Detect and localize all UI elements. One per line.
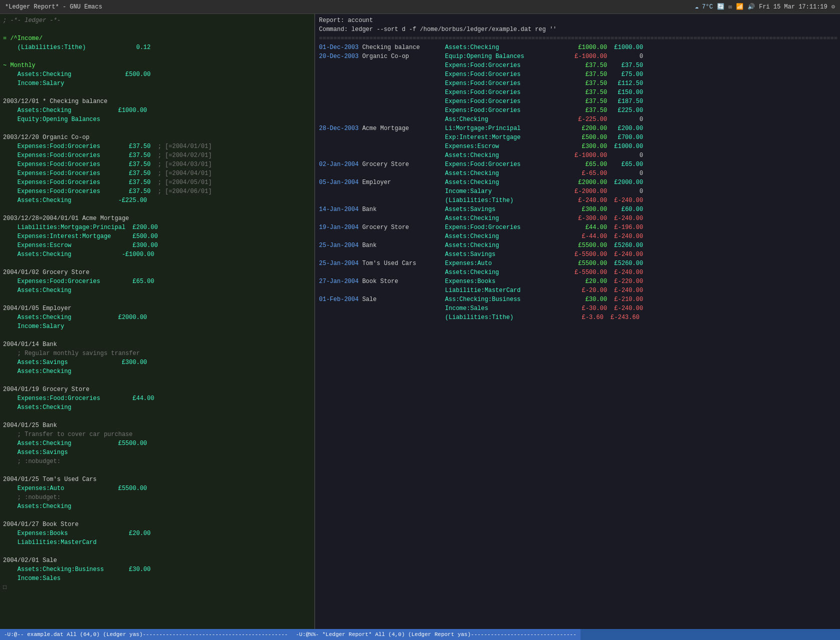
groceries-4: Expenses:Food:Groceries £37.50 ; [=2004/…: [3, 170, 212, 177]
entry-grocery-jan02: 2004/01/02 Grocery Store: [3, 269, 90, 276]
settings-icon: ⚙: [832, 3, 835, 10]
income-salary-1: Income:Salary: [3, 80, 64, 87]
entry-acme-mortgage: 2003/12/28=2004/01/01 Acme Mortgage: [3, 215, 129, 222]
network-icon: 📶: [736, 3, 744, 10]
checking-neg225: Assets:Checking -£225.00: [3, 197, 147, 204]
savings-300: Assets:Savings £300.00: [3, 359, 147, 366]
entry-cars: 2004/01/25 Tom's Used Cars: [3, 476, 96, 483]
left-pane[interactable]: ; -*- ledger -*- = /^Income/ (Liabilitie…: [0, 14, 315, 629]
checking-neg1000: Assets:Checking -£1000.00: [3, 251, 154, 258]
equity-opening: Equity:Opening Balances: [3, 116, 100, 123]
source-content: ; -*- ledger -*- = /^Income/ (Liabilitie…: [3, 16, 312, 601]
groceries-3: Expenses:Food:Groceries £37.50 ; [=2004/…: [3, 161, 212, 168]
savings-car: Assets:Savings: [3, 449, 68, 456]
status-left: -U:@-- example.dat All (64,0) (Ledger ya…: [0, 629, 292, 640]
tithe-account: (Liabilities:Tithe) 0.12: [3, 44, 150, 51]
date-jan27: 27-Jan-2004: [319, 278, 358, 285]
mastercard: Liabilities:MasterCard: [3, 539, 96, 546]
cursor-block: □: [3, 584, 6, 591]
desc-bookstore: Book Store: [362, 278, 441, 285]
checking-savings: Assets:Checking: [3, 368, 72, 375]
interest-mortgage: Expenses:Interest:Mortgage £500.00: [3, 233, 158, 240]
report-header1: Report: account: [319, 17, 373, 24]
desc-employer: Employer: [362, 179, 441, 186]
groceries-44: Expenses:Food:Groceries £44.00: [3, 395, 154, 402]
checking-2000: Assets:Checking £2000.00: [3, 314, 147, 321]
groceries-65: Expenses:Food:Groceries £65.00: [3, 278, 154, 285]
entry-sale: 2004/02/01 Sale: [3, 557, 57, 564]
comment-nobudget1: ; :nobudget:: [3, 458, 60, 465]
auto-5500: Expenses:Auto £5500.00: [3, 485, 147, 492]
entry-bookstore: 2004/01/27 Book Store: [3, 521, 78, 528]
checking-monthly: Assets:Checking £500.00: [3, 71, 150, 78]
date-jan25-bank: 25-Jan-2004: [319, 242, 358, 249]
report-content: Report: account Command: ledger --sort d…: [319, 16, 836, 331]
groceries-2: Expenses:Food:Groceries £37.50 ; [=2004/…: [3, 152, 212, 159]
comment-ledger: ; -*- ledger -*-: [3, 17, 60, 24]
entry-2003-12-20: 2003/12/20 Organic Co-op: [3, 134, 90, 141]
desc-checking-balance: Checking balance: [362, 44, 441, 51]
statusbar: -U:@-- example.dat All (64,0) (Ledger ya…: [0, 629, 840, 640]
checking-grocery2: Assets:Checking: [3, 404, 72, 411]
datetime-display: Fri 15 Mar 17:11:19: [759, 4, 828, 10]
date-jan02: 02-Jan-2004: [319, 161, 358, 168]
checking-grocery: Assets:Checking: [3, 287, 72, 294]
status-right: -U:@%%- *Ledger Report* All (4,0) (Ledge…: [292, 629, 580, 640]
entry-2003-12-01: 2003/12/01 * Checking balance: [3, 98, 108, 105]
checking-5500: Assets:Checking £5500.00: [3, 440, 147, 447]
desc-cars: Tom's Used Cars: [362, 260, 441, 267]
titlebar-right: ☁ 7°C 🔄 ✉ 📶 🔊 Fri 15 Mar 17:11:19 ⚙: [695, 3, 835, 10]
audio-icon: 🔊: [748, 3, 755, 10]
entry-grocery-jan19: 2004/01/19 Grocery Store: [3, 386, 90, 393]
comment-savings: ; Regular monthly savings transfer: [3, 350, 140, 357]
desc-grocery-jan02: Grocery Store: [362, 161, 441, 168]
groceries-6: Expenses:Food:Groceries £37.50 ; [=2004/…: [3, 188, 212, 195]
comment-nobudget2: ; :nobudget:: [3, 494, 60, 501]
income-sales: Income:Sales: [3, 575, 60, 582]
weather-display: ☁ 7°C: [695, 3, 713, 10]
date-dec20: 20-Dec-2003: [319, 53, 358, 60]
titlebar-title: *Ledger Report* - GNU Emacs: [5, 4, 102, 10]
report-header2: Command: ledger --sort d -f /home/borbus…: [319, 26, 556, 33]
titlebar: *Ledger Report* - GNU Emacs ☁ 7°C 🔄 ✉ 📶 …: [0, 0, 840, 14]
status-right-text: -U:@%%- *Ledger Report* All (4,0) (Ledge…: [296, 632, 576, 638]
right-pane[interactable]: Report: account Command: ledger --sort d…: [315, 14, 840, 629]
date-jan05: 05-Jan-2004: [319, 179, 358, 186]
desc-bank-jan14: Bank: [362, 206, 441, 213]
income-rule: = /^Income/: [3, 35, 42, 42]
desc-sale: Sale: [362, 296, 441, 303]
checking-1000: Assets:Checking £1000.00: [3, 107, 147, 114]
books-20: Expenses:Books £20.00: [3, 530, 150, 537]
date-dec01: 01-Dec-2003: [319, 44, 358, 51]
report-separator: ========================================…: [319, 35, 838, 42]
entry-bank-jan25: 2004/01/25 Bank: [3, 422, 57, 429]
refresh-icon: 🔄: [717, 3, 724, 10]
escrow: Expenses:Escrow £300.00: [3, 242, 158, 249]
entry-bank-jan14: 2004/01/14 Bank: [3, 341, 57, 348]
desc-bank-jan25: Bank: [362, 242, 441, 249]
date-jan25-cars: 25-Jan-2004: [319, 260, 358, 267]
desc-acme: Acme Mortgage: [362, 125, 441, 132]
groceries-1: Expenses:Food:Groceries £37.50 ; [=2004/…: [3, 143, 212, 150]
checking-business: Assets:Checking:Business £30.00: [3, 566, 150, 573]
desc-grocery-jan19: Grocery Store: [362, 224, 441, 231]
date-feb01: 01-Feb-2004: [319, 296, 358, 303]
comment-car: ; Transfer to cover car purchase: [3, 431, 132, 438]
checking-cars: Assets:Checking: [3, 503, 72, 510]
groceries-5: Expenses:Food:Groceries £37.50 ; [=2004/…: [3, 179, 212, 186]
email-icon: ✉: [728, 3, 732, 10]
entry-employer: 2004/01/05 Employer: [3, 305, 72, 312]
status-left-text: -U:@-- example.dat All (64,0) (Ledger ya…: [4, 632, 288, 638]
desc-organic: Organic Co-op: [362, 53, 441, 60]
monthly-rule: ~ Monthly: [3, 62, 36, 69]
mortgage-principal: Liabilities:Mortgage:Principal £200.00: [3, 224, 158, 231]
date-jan19: 19-Jan-2004: [319, 224, 358, 231]
income-salary-2: Income:Salary: [3, 323, 64, 330]
date-jan14: 14-Jan-2004: [319, 206, 358, 213]
date-dec28: 28-Dec-2003: [319, 125, 358, 132]
main-area: ; -*- ledger -*- = /^Income/ (Liabilitie…: [0, 14, 840, 629]
